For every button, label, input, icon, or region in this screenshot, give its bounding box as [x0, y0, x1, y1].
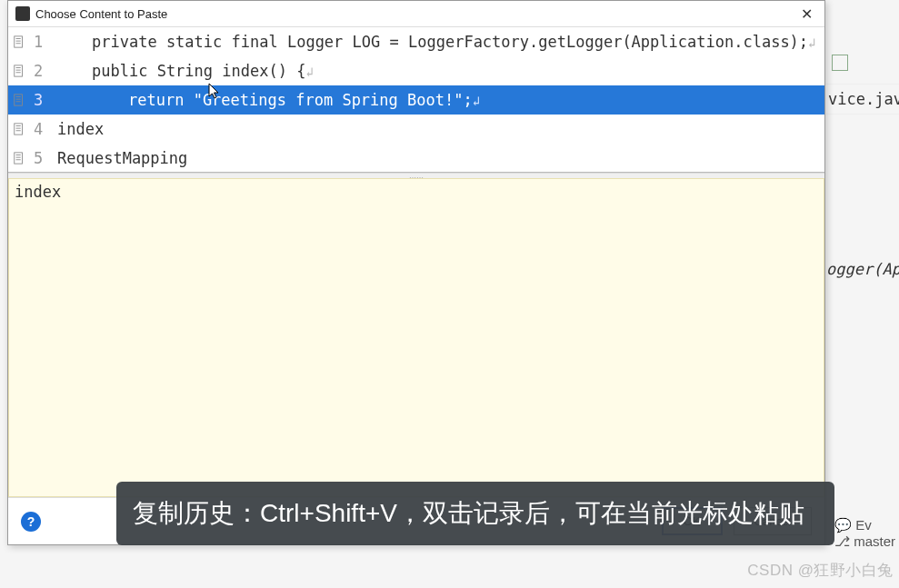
- statusbar-fragment: 💬 Ev ⎇ master: [831, 513, 899, 553]
- svg-rect-8: [15, 95, 23, 105]
- text-snippet-icon: [12, 122, 26, 136]
- code-fragment: ogger(Ap: [826, 260, 899, 278]
- row-number: 1: [34, 33, 57, 51]
- svg-rect-0: [15, 36, 23, 47]
- row-number: 5: [34, 149, 57, 167]
- titlebar: Choose Content to Paste ✕: [8, 1, 824, 27]
- row-number: 3: [34, 91, 57, 109]
- watermark-text: CSDN @狂野小白兔: [747, 560, 894, 581]
- paste-dialog: Choose Content to Paste ✕ 1private stati…: [7, 0, 825, 545]
- row-content: return "Greetings from Spring Boot!";↲: [57, 91, 480, 109]
- background-editor: vice.java ogger(Ap: [826, 45, 899, 278]
- list-item[interactable]: 1private static final Logger LOG = Logge…: [8, 27, 824, 56]
- row-content: index: [57, 120, 104, 138]
- text-snippet-icon: [12, 93, 26, 107]
- svg-rect-16: [15, 153, 23, 164]
- dialog-title: Choose Content to Paste: [35, 7, 167, 21]
- file-tab[interactable]: vice.java: [826, 85, 899, 115]
- mouse-cursor-icon: [208, 84, 221, 100]
- clipboard-list: 1private static final Logger LOG = Logge…: [8, 27, 824, 173]
- text-snippet-icon: [12, 151, 26, 165]
- list-item[interactable]: 5RequestMapping: [8, 144, 824, 173]
- svg-rect-12: [15, 124, 23, 135]
- help-icon[interactable]: ?: [21, 512, 41, 532]
- list-item[interactable]: 4index: [8, 115, 824, 144]
- preview-pane: index: [8, 178, 824, 497]
- row-content: private static final Logger LOG = Logger…: [57, 33, 816, 51]
- text-snippet-icon: [12, 64, 26, 78]
- row-content: RequestMapping: [57, 149, 187, 167]
- hint-tooltip: 复制历史：Ctrl+Shift+V，双击记录后，可在当前光标处粘贴: [116, 482, 834, 545]
- text-snippet-icon: [12, 35, 26, 49]
- svg-rect-4: [15, 65, 23, 76]
- app-icon: [15, 6, 30, 21]
- list-item[interactable]: 3return "Greetings from Spring Boot!";↲: [8, 85, 824, 115]
- row-number: 2: [34, 62, 57, 80]
- list-item[interactable]: 2public String index() {↲: [8, 56, 824, 85]
- refresh-icon[interactable]: [832, 55, 848, 71]
- row-number: 4: [34, 120, 57, 138]
- row-content: public String index() {↲: [57, 62, 314, 80]
- close-icon[interactable]: ✕: [795, 5, 817, 23]
